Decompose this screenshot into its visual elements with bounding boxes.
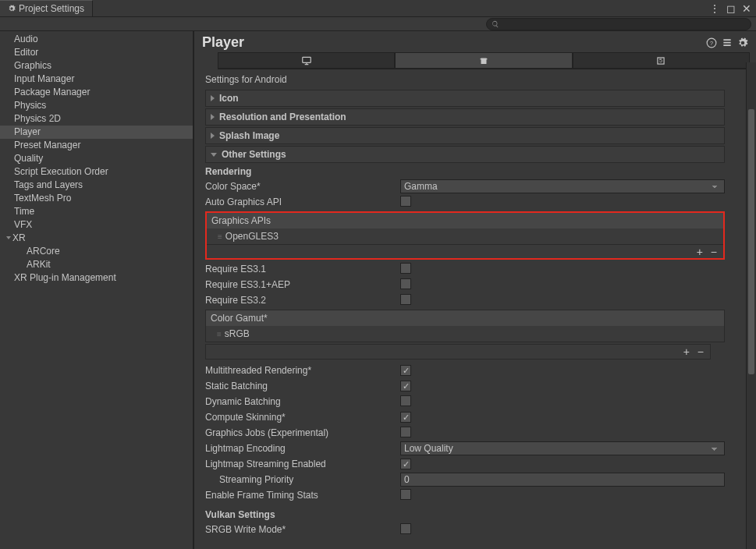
graphics-apis-list: Graphics APIs ≡OpenGLES3 +−: [205, 211, 725, 260]
srgb-label: SRGB Write Mode*: [205, 524, 400, 535]
lm-stream-checkbox[interactable]: [400, 459, 411, 469]
compute-label: Compute Skinning*: [205, 412, 400, 423]
tab-webgl[interactable]: 5: [573, 52, 750, 69]
lm-stream-label: Lightmap Streaming Enabled: [205, 459, 400, 469]
lm-enc-label: Lightmap Encoding: [205, 443, 400, 454]
color-space-select[interactable]: Gamma: [400, 179, 725, 193]
preset-icon[interactable]: [722, 37, 733, 48]
tab-standalone[interactable]: [218, 52, 395, 69]
foldout-icon[interactable]: Icon: [205, 90, 725, 107]
sidebar-item[interactable]: XR Plug-in Management: [0, 271, 193, 285]
sidebar-item[interactable]: Script Execution Order: [0, 165, 193, 179]
page-title: Player: [202, 34, 244, 51]
search-icon: [492, 20, 499, 28]
auto-gapi-checkbox[interactable]: [400, 196, 411, 207]
close-icon[interactable]: ✕: [740, 2, 753, 15]
stream-prio-label: Streaming Priority: [205, 474, 400, 485]
gear-icon: [8, 5, 16, 12]
frame-timing-label: Enable Frame Timing Stats: [205, 490, 400, 501]
sidebar-item[interactable]: Editor: [0, 46, 193, 59]
static-checkbox[interactable]: [400, 381, 411, 391]
list-item[interactable]: ≡OpenGLES3: [207, 228, 723, 244]
sidebar-item[interactable]: Quality: [0, 152, 193, 165]
drag-handle-icon[interactable]: ≡: [218, 232, 221, 241]
svg-rect-2: [302, 57, 311, 62]
mtr-label: Multithreaded Rendering*: [205, 365, 400, 376]
rendering-heading: Rendering: [205, 165, 725, 179]
gjobs-checkbox[interactable]: [400, 427, 411, 437]
req31aep-label: Require ES3.1+AEP: [205, 279, 400, 290]
search-bar: [0, 17, 756, 31]
chevron-right-icon: [211, 133, 215, 139]
srgb-checkbox[interactable]: [400, 523, 411, 534]
menu-icon[interactable]: ⋮: [708, 2, 722, 15]
chevron-right-icon: [211, 114, 215, 120]
sidebar-item[interactable]: Package Manager: [0, 86, 193, 99]
sidebar-item[interactable]: ARCore: [0, 245, 193, 258]
chevron-right-icon: [211, 95, 215, 101]
svg-text:?: ?: [710, 40, 713, 45]
maximize-icon[interactable]: ◻: [725, 2, 737, 15]
gjobs-label: Graphics Jobs (Experimental): [205, 427, 400, 438]
lm-enc-select[interactable]: Low Quality: [400, 441, 725, 455]
sidebar-item[interactable]: Physics: [0, 99, 193, 112]
foldout-splash[interactable]: Splash Image: [205, 127, 725, 144]
titlebar: Project Settings ⋮ ◻ ✕: [0, 0, 756, 17]
dynamic-label: Dynamic Batching: [205, 396, 400, 407]
tab-android[interactable]: [395, 52, 572, 69]
foldout-other[interactable]: Other Settings: [205, 146, 725, 163]
req32-checkbox[interactable]: [400, 294, 411, 305]
window-title: Project Settings: [19, 3, 84, 14]
dynamic-checkbox[interactable]: [400, 395, 411, 406]
settings-for-label: Settings for Android: [201, 73, 750, 88]
sidebar: AudioEditorGraphicsInput ManagerPackage …: [0, 31, 194, 549]
req31-checkbox[interactable]: [400, 263, 411, 274]
svg-text:5: 5: [659, 58, 662, 63]
sidebar-item[interactable]: Graphics: [0, 59, 193, 73]
sidebar-item[interactable]: Time: [0, 205, 193, 218]
sidebar-item[interactable]: Preset Manager: [0, 139, 193, 152]
sidebar-item[interactable]: TextMesh Pro: [0, 192, 193, 205]
help-icon[interactable]: ?: [706, 37, 717, 48]
static-label: Static Batching: [205, 381, 400, 391]
sidebar-item[interactable]: Input Manager: [0, 73, 193, 86]
remove-icon[interactable]: −: [711, 246, 717, 258]
sidebar-item[interactable]: Physics 2D: [0, 112, 193, 126]
color-gamut-header: Color Gamut*: [206, 310, 724, 326]
scrollbar-thumb[interactable]: [748, 109, 754, 374]
add-icon[interactable]: +: [683, 345, 690, 358]
remove-icon[interactable]: −: [697, 345, 704, 358]
mtr-checkbox[interactable]: [400, 365, 411, 376]
auto-gapi-label: Auto Graphics API: [205, 197, 400, 207]
foldout-resolution[interactable]: Resolution and Presentation: [205, 108, 725, 126]
stream-prio-input[interactable]: [400, 473, 725, 487]
add-icon[interactable]: +: [697, 246, 703, 258]
sidebar-item[interactable]: ARKit: [0, 258, 193, 271]
chevron-down-icon: [211, 153, 217, 157]
content-panel: Player ? 5 Settings for Android Icon Res…: [194, 31, 756, 549]
drag-handle-icon[interactable]: ≡: [217, 330, 220, 338]
req31aep-checkbox[interactable]: [400, 278, 411, 289]
gear-icon[interactable]: [737, 37, 748, 48]
graphics-apis-header: Graphics APIs: [207, 213, 723, 228]
platform-tabs: 5: [218, 52, 750, 69]
sidebar-item[interactable]: Player: [0, 126, 193, 139]
color-gamut-list: Color Gamut* ≡sRGB: [205, 310, 725, 342]
list-item[interactable]: ≡sRGB: [206, 326, 724, 342]
scrollbar[interactable]: [746, 62, 756, 549]
sidebar-item[interactable]: Audio: [0, 33, 193, 46]
color-space-label: Color Space*: [205, 181, 400, 192]
search-input[interactable]: [486, 18, 751, 30]
compute-checkbox[interactable]: [400, 412, 411, 423]
req32-label: Require ES3.2: [205, 295, 400, 306]
req31-label: Require ES3.1: [205, 264, 400, 274]
sidebar-item[interactable]: XR: [0, 232, 193, 245]
window-tab[interactable]: Project Settings: [0, 0, 93, 16]
sidebar-item[interactable]: VFX: [0, 218, 193, 232]
vulkan-heading: Vulkan Settings: [205, 508, 725, 522]
sidebar-item[interactable]: Tags and Layers: [0, 179, 193, 192]
frame-timing-checkbox[interactable]: [400, 489, 411, 500]
